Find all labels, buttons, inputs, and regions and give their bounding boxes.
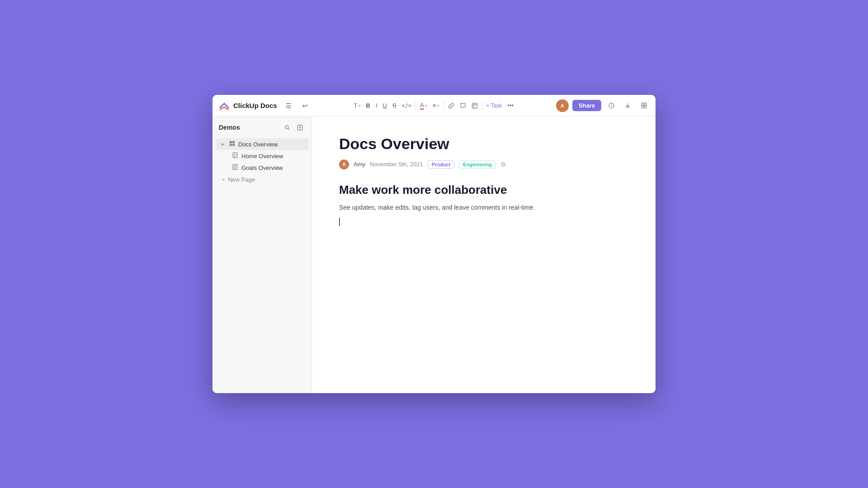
new-page-label: New Page xyxy=(228,176,255,183)
table-button[interactable] xyxy=(469,99,480,112)
divider-3 xyxy=(482,101,482,110)
plus-icon: + xyxy=(222,176,225,183)
toolbar: ClickUp Docs ☰ ↩ T▾ B I U S </> A▾ ≡▾ xyxy=(212,95,656,117)
strikethrough-button[interactable]: S xyxy=(390,99,399,112)
logo-text: ClickUp Docs xyxy=(233,102,277,109)
link-button[interactable] xyxy=(446,99,457,112)
doc-title: Docs Overview xyxy=(339,135,628,153)
sidebar-nav: ▶ Docs Overview Home Overview xyxy=(212,136,311,393)
sidebar-title: Demos xyxy=(219,124,240,131)
svg-rect-0 xyxy=(472,103,477,108)
doc-date: November 5th, 2021 xyxy=(370,161,423,168)
doc-meta: A Amy November 5th, 2021 Product Enginee… xyxy=(339,160,628,169)
sidebar-item-docs-overview[interactable]: ▶ Docs Overview xyxy=(215,138,309,150)
doc-heading: Make work more collaborative xyxy=(339,183,628,197)
underline-button[interactable]: U xyxy=(381,99,389,112)
sidebar: Demos ▶ Docs Overview xyxy=(212,117,312,393)
grid-icon xyxy=(228,141,236,148)
doc-body: See updates, make edits, tag users, and … xyxy=(339,202,628,212)
divider-1 xyxy=(415,101,416,110)
sidebar-header: Demos xyxy=(212,117,311,136)
main-layout: Demos ▶ Docs Overview xyxy=(212,117,656,393)
expand-button[interactable] xyxy=(637,99,650,112)
svg-rect-6 xyxy=(642,106,644,108)
user-avatar[interactable]: A xyxy=(556,99,569,112)
color-button[interactable]: A▾ xyxy=(418,99,429,112)
svg-rect-14 xyxy=(232,141,235,143)
svg-point-8 xyxy=(285,126,288,129)
export-button[interactable] xyxy=(621,99,634,112)
comment-button[interactable] xyxy=(458,99,468,112)
history-button[interactable] xyxy=(605,99,618,112)
sidebar-search-button[interactable] xyxy=(282,122,292,133)
doc-icon-2 xyxy=(231,164,239,171)
svg-rect-15 xyxy=(230,144,232,146)
sidebar-header-icons xyxy=(282,122,305,133)
content-area[interactable]: Docs Overview A Amy November 5th, 2021 P… xyxy=(312,117,656,393)
new-page-button[interactable]: + New Page xyxy=(215,174,309,185)
undo-button[interactable]: ↩ xyxy=(299,99,311,112)
author-name: Amy xyxy=(354,161,365,168)
tag-product[interactable]: Product xyxy=(428,160,455,169)
doc-icon xyxy=(231,152,239,160)
text-cursor xyxy=(339,218,340,226)
sidebar-item-goals-overview[interactable]: Goals Overview xyxy=(215,162,309,174)
sidebar-item-home-overview[interactable]: Home Overview xyxy=(215,150,309,162)
cursor-area xyxy=(339,218,628,226)
tag-engineering[interactable]: Engineering xyxy=(459,160,496,169)
code-button[interactable]: </> xyxy=(400,99,414,112)
author-avatar: A xyxy=(339,160,349,169)
sidebar-add-button[interactable] xyxy=(294,122,305,133)
logo: ClickUp Docs xyxy=(218,99,277,112)
divider-2 xyxy=(443,101,444,110)
arrow-icon: ▶ xyxy=(222,142,225,146)
italic-button[interactable]: I xyxy=(373,99,380,112)
svg-rect-4 xyxy=(642,103,644,105)
toolbar-right: A Share xyxy=(556,99,650,112)
more-button[interactable]: ••• xyxy=(505,99,516,112)
svg-rect-7 xyxy=(644,106,646,108)
clickup-logo-icon xyxy=(218,99,231,112)
share-button[interactable]: Share xyxy=(572,100,601,111)
sidebar-item-label: Home Overview xyxy=(241,153,283,160)
bold-button[interactable]: B xyxy=(364,99,373,112)
svg-line-9 xyxy=(288,128,289,130)
svg-rect-5 xyxy=(644,103,646,105)
svg-rect-13 xyxy=(230,141,232,143)
settings-icon[interactable]: ⚙ xyxy=(500,161,506,168)
text-style-button[interactable]: T▾ xyxy=(352,99,363,112)
add-task-button[interactable]: + Task xyxy=(484,99,505,112)
sidebar-item-label: Goals Overview xyxy=(241,164,283,171)
svg-rect-16 xyxy=(232,144,235,146)
sidebar-item-label: Docs Overview xyxy=(238,141,278,148)
align-button[interactable]: ≡▾ xyxy=(430,99,442,112)
menu-button[interactable]: ☰ xyxy=(283,99,295,112)
app-window: ClickUp Docs ☰ ↩ T▾ B I U S </> A▾ ≡▾ xyxy=(212,95,656,393)
